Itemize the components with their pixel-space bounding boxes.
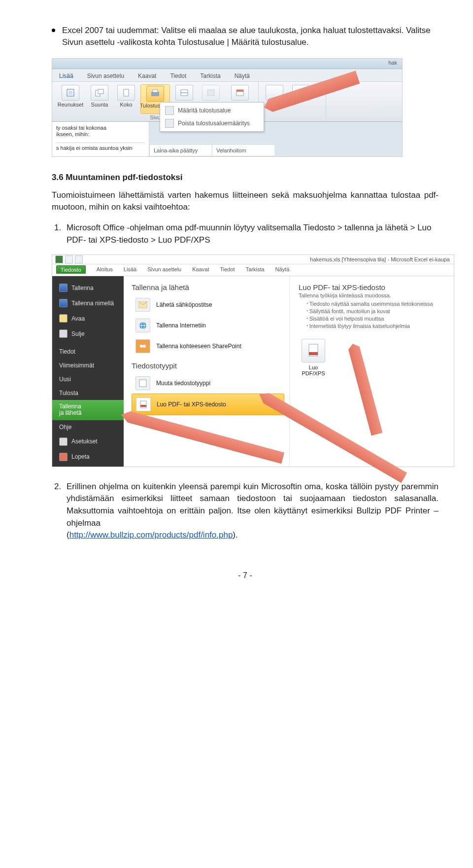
- sidebar-ohje[interactable]: Ohje: [52, 420, 124, 434]
- titlebar-fragment: hak: [388, 60, 397, 66]
- svg-rect-3: [98, 89, 103, 94]
- intro-paragraph: Tuomioistuimeen lähettämistä varten hake…: [52, 189, 439, 214]
- sidebar-tallenna-nimella[interactable]: Tallenna nimellä: [52, 295, 124, 311]
- qat-undo-icon[interactable]: [75, 255, 83, 263]
- sidebar-tiedot[interactable]: Tiedot: [52, 341, 124, 359]
- opt-change-type[interactable]: Muuta tiedostotyyppi: [132, 373, 284, 394]
- luo-pdf-xps-button[interactable]: Luo PDF/XPS: [299, 339, 328, 376]
- sidebar-uusi[interactable]: Uusi: [52, 372, 124, 386]
- bullzip-link[interactable]: http://www.bullzip.com/products/pdf/info…: [69, 530, 233, 540]
- sidebar-asetukset[interactable]: Asetukset: [52, 434, 124, 449]
- koko-button[interactable]: Koko: [114, 85, 138, 113]
- svg-rect-11: [236, 90, 243, 92]
- screenshot-excel-ribbon: hak Lisää Sivun asettelu Kaavat Tiedot T…: [52, 58, 403, 157]
- opt-label: Tallenna kohteeseen SharePoint: [156, 343, 241, 350]
- screenshot-excel-backstage: hakemus.xls [Yhteensopiva tila] - Micros…: [52, 254, 454, 467]
- mid-heading-tiedostotyypit: Tiedostotyypit: [132, 362, 284, 370]
- opt-label: Tallenna Internetiin: [156, 322, 206, 329]
- cell-text-3: s hakija ei omista asuntoa yksin: [56, 143, 145, 151]
- menu-set-print-area[interactable]: Määritä tulostusalue: [160, 104, 264, 117]
- qat-save-icon[interactable]: [65, 255, 73, 263]
- pdf-icon: [136, 398, 151, 411]
- svg-rect-1: [68, 91, 72, 95]
- link-close: ).: [233, 530, 237, 540]
- opt-email[interactable]: Lähetä sähköpostitse: [132, 294, 284, 315]
- sidebar-label: Lopeta: [71, 453, 90, 460]
- sidebar-sulje[interactable]: Sulje: [52, 326, 124, 341]
- sidebar-label: Tallenna ja lähetä: [59, 403, 81, 416]
- tab-aloitus[interactable]: Aloitus: [97, 265, 113, 274]
- sidebar-tallenna-ja-laheta[interactable]: Tallenna ja lähetä: [52, 400, 124, 420]
- list-item-1: Microsoft Office -ohjelman oma pdf-muunn…: [64, 222, 439, 246]
- tab-lisaa[interactable]: Lisää: [58, 71, 74, 81]
- window-title: hakemus.xls [Yhteensopiva tila] - Micros…: [310, 255, 450, 262]
- sidebar-viimeisimmat[interactable]: Viimeisimmät: [52, 359, 124, 372]
- email-icon: [135, 298, 150, 312]
- sharepoint-icon: [135, 339, 150, 353]
- sidebar-label: Sulje: [71, 330, 85, 337]
- open-icon: [59, 314, 68, 323]
- cell-laina-aika: Laina-aika päättyy: [149, 145, 212, 156]
- koko-label: Koko: [120, 102, 132, 108]
- tab-nayta-2[interactable]: Näytä: [275, 265, 290, 274]
- backstage-sidebar: Tallenna Tallenna nimellä Avaa Sulje Tie…: [52, 276, 124, 466]
- bullet-text: Excel 2007 tai uudemmat: Valitse eli maa…: [62, 25, 439, 48]
- tab-tiedot-2[interactable]: Tiedot: [220, 265, 235, 274]
- numbered-list-2: Erillinen ohjelma on kuitenkin yleensä p…: [52, 481, 439, 542]
- margins-icon: [62, 85, 79, 101]
- backstage-main: Tallenna Tallenna nimellä Avaa Sulje Tie…: [52, 276, 454, 466]
- bullet-paragraph: Excel 2007 tai uudemmat: Valitse eli maa…: [52, 25, 439, 48]
- page-number: - 7 -: [52, 571, 439, 580]
- tab-kaavat[interactable]: Kaavat: [137, 71, 157, 81]
- save-as-icon: [59, 299, 68, 307]
- right-bullets: Tiedosto näyttää samalta useimmissa tiet…: [299, 300, 448, 329]
- document-page: Excel 2007 tai uudemmat: Valitse eli maa…: [0, 0, 473, 600]
- suunta-button[interactable]: Suunta: [88, 85, 111, 113]
- pdf-xps-icon: [302, 339, 325, 362]
- tab-kaavat-2[interactable]: Kaavat: [192, 265, 209, 274]
- sidebar-tallenna[interactable]: Tallenna: [52, 280, 124, 295]
- globe-icon: [135, 319, 150, 332]
- step1-text: Microsoft Office -ohjelman oma pdf-muunn…: [67, 223, 432, 245]
- set-area-icon: [165, 106, 174, 115]
- opt-internet[interactable]: Tallenna Internetiin: [132, 315, 284, 336]
- tab-tarkista[interactable]: Tarkista: [199, 71, 221, 81]
- reunukset-button[interactable]: Reunukset: [56, 85, 85, 113]
- orientation-icon: [91, 85, 108, 101]
- tab-tiedosto[interactable]: Tiedosto: [56, 265, 86, 274]
- tab-sivun-asettelu-2[interactable]: Sivun asettelu: [147, 265, 181, 274]
- breaks-icon: [175, 85, 193, 101]
- gear-icon: [59, 437, 68, 446]
- sidebar-tulosta[interactable]: Tulosta: [52, 386, 124, 400]
- tab-tarkista-2[interactable]: Tarkista: [246, 265, 265, 274]
- right-subtitle: Tallenna työkirja kiinteässä muodossa.: [299, 292, 448, 298]
- svg-point-17: [143, 345, 146, 348]
- tab-tiedot[interactable]: Tiedot: [169, 71, 187, 81]
- numbered-list: Microsoft Office -ohjelman oma pdf-muunn…: [52, 222, 439, 246]
- tab-nayta[interactable]: Näytä: [234, 71, 251, 81]
- ribbon-tabs-2: Tiedosto Aloitus Lisää Sivun asettelu Ka…: [52, 264, 454, 276]
- tab-sivun-asettelu[interactable]: Sivun asettelu: [86, 71, 125, 81]
- cell-velanhoitom: Velanhoitom: [212, 145, 274, 156]
- svg-rect-6: [153, 90, 158, 92]
- opt-label: Lähetä sähköpostitse: [156, 301, 212, 308]
- tab-lisaa-2[interactable]: Lisää: [124, 265, 136, 274]
- sidebar-label: Avaa: [71, 315, 85, 322]
- sidebar-avaa[interactable]: Avaa: [52, 311, 124, 326]
- opt-sharepoint[interactable]: Tallenna kohteeseen SharePoint: [132, 336, 284, 357]
- right-bullet-4: Internetistä löytyy ilmaisia katseluohje…: [306, 323, 448, 330]
- svg-rect-20: [140, 405, 146, 407]
- sidebar-lopeta[interactable]: Lopeta: [52, 449, 124, 465]
- cell-text-2: ikseen, mihin:: [56, 131, 145, 138]
- window-titlebar: hak: [52, 59, 402, 69]
- left-cell: ty osaksi tai kokonaa ikseen, mihin: s h…: [52, 122, 149, 156]
- worksheet-fragment: ty osaksi tai kokonaa ikseen, mihin: s h…: [52, 122, 402, 156]
- step2-text: Erillinen ohjelma on kuitenkin yleensä p…: [67, 482, 439, 528]
- close-icon: [59, 329, 68, 338]
- right-bullet-1: Tiedosto näyttää samalta useimmissa tiet…: [306, 300, 448, 308]
- sidebar-label: Asetukset: [71, 438, 98, 445]
- excel-icon: [55, 255, 63, 263]
- save-icon: [59, 284, 68, 292]
- opt-label: Luo PDF- tai XPS-tiedosto: [157, 401, 226, 408]
- right-bullet-3: Sisältöä ei voi helposti muuttaa: [306, 315, 448, 323]
